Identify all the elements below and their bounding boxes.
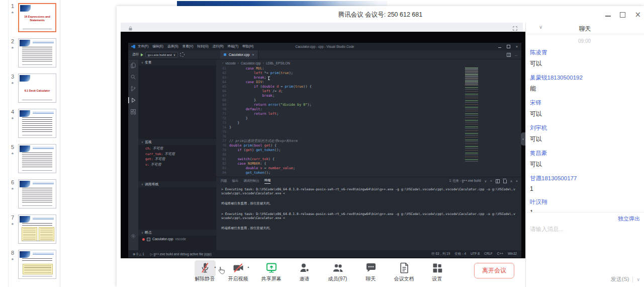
status-item[interactable]: ▷ g++.exe build and debug active file (c… — [150, 252, 212, 256]
run-debug-icon[interactable] — [128, 97, 138, 103]
chat-sender-name[interactable]: 黄昌豪 — [530, 150, 639, 157]
send-button[interactable]: 发送(S) — [611, 275, 629, 283]
panel-tab[interactable]: 输出 — [232, 179, 239, 183]
slide-item[interactable]: 8 ★ — [9, 250, 60, 279]
maximize-icon[interactable] — [620, 12, 625, 18]
close-panel-icon[interactable]: × — [516, 179, 518, 183]
chat-collapse-handle[interactable]: ‹ — [521, 132, 525, 146]
meeting-toolbar-button[interactable]: ▲ 设置 — [424, 262, 450, 282]
watch-section-header[interactable]: ∨监视 — [138, 139, 216, 145]
slide-thumbnail[interactable] — [18, 109, 56, 138]
breakpoints-section-header[interactable]: ∨断点 — [138, 230, 216, 236]
chat-sender-name[interactable]: 巢蒙锐18130500192 — [530, 74, 639, 82]
split-terminal-icon[interactable] — [496, 179, 500, 183]
minimap-slider[interactable] — [465, 67, 478, 86]
meeting-toolbar-button[interactable]: ▲ 开启视频 — [225, 262, 251, 282]
watch-row[interactable]: v: 不可用 — [138, 162, 216, 168]
toolbar-button-icon[interactable] — [365, 262, 377, 274]
slide-thumbnail[interactable] — [18, 214, 56, 244]
toolbar-button-icon[interactable] — [232, 262, 244, 274]
slide-thumbnail[interactable] — [18, 144, 56, 173]
code-area[interactable]: 61 case MUL:62 left *= prim(true);63 bre… — [216, 66, 521, 177]
chat-sender-name[interactable]: 陈凌霄 — [530, 49, 639, 56]
vscode-maximize-icon[interactable] — [507, 45, 510, 48]
slide-thumbnail[interactable] — [18, 38, 56, 67]
toolbar-button-icon[interactable] — [299, 262, 311, 274]
source-control-icon[interactable] — [128, 86, 138, 92]
variables-section-header[interactable]: ∨变量 — [138, 59, 216, 65]
menu-item[interactable]: 帮助(H) — [242, 44, 253, 49]
slide-item[interactable]: 6 ★ — [9, 179, 60, 208]
extensions-icon[interactable] — [128, 109, 138, 115]
slide-thumbnail[interactable]: 16 Expressions and Statements — [18, 3, 56, 32]
watch-row[interactable]: get: 不可用 — [138, 157, 216, 162]
toolbar-button-icon[interactable] — [431, 262, 443, 274]
panel-tab[interactable]: 终端 — [264, 178, 271, 184]
status-item[interactable]: 空格：4 — [454, 252, 466, 256]
close-icon[interactable]: × — [634, 12, 641, 18]
meeting-toolbar-button[interactable]: ▲ 共享屏幕 — [258, 262, 285, 282]
slide-thumbnail[interactable]: 6.1 Desk Calculator — [18, 74, 56, 103]
more-actions-icon[interactable]: … — [514, 53, 518, 56]
status-item[interactable]: ⊗ 0 △ 1 — [133, 252, 144, 256]
menu-item[interactable]: 选择(S) — [167, 44, 178, 49]
task-dropdown[interactable]: 1: 任务 - g++.exe build — [449, 179, 481, 183]
debug-gear-icon[interactable] — [180, 52, 185, 57]
breadcrumb-item[interactable]: Caculator.cpp — [236, 61, 261, 65]
meeting-toolbar-button[interactable]: ▲ 成员(97) — [325, 262, 351, 282]
watch-row[interactable]: ch: 不可用 — [138, 146, 216, 152]
debug-config-dropdown[interactable]: g++.exe build and∨ — [145, 52, 178, 57]
toolbar-button-icon[interactable] — [332, 262, 344, 274]
slide-item[interactable]: 2 ★ — [9, 38, 60, 67]
chat-sender-name[interactable]: 宋铎 — [530, 99, 639, 107]
status-item[interactable]: Win32 — [508, 252, 517, 256]
status-item[interactable]: CRLF — [484, 252, 493, 256]
menu-item[interactable]: 编辑(E) — [152, 44, 163, 49]
terminal-output[interactable]: > Executing task: D:\VSCode\x86_64-8.1.0… — [216, 185, 521, 250]
toolbar-button-icon[interactable] — [265, 262, 278, 274]
chevron-up-icon[interactable]: ▲ — [247, 265, 250, 268]
breadcrumb-item[interactable]: vscode — [220, 61, 236, 65]
settings-gear-icon[interactable] — [130, 232, 136, 241]
popout-chat-link[interactable]: 独立弹出 — [618, 215, 640, 223]
leave-meeting-button[interactable]: 离开会议 — [474, 263, 514, 278]
toolbar-button-icon[interactable] — [398, 262, 410, 274]
kill-terminal-icon[interactable] — [503, 180, 507, 183]
menu-item[interactable]: 转到(G) — [197, 44, 208, 49]
vscode-close-icon[interactable]: × — [516, 45, 518, 48]
vscode-minimize-icon[interactable] — [498, 47, 501, 48]
slide-item[interactable]: 4 ★ — [9, 109, 60, 138]
watch-row[interactable]: curr_tok: 不可用 — [138, 152, 216, 157]
meeting-toolbar-button[interactable]: ▲ 邀请 — [292, 262, 318, 282]
editor-tab[interactable]: Caculator.cpp × — [220, 50, 258, 59]
status-item[interactable]: C++ — [497, 252, 503, 256]
panel-tab[interactable]: 调试控制台 — [243, 179, 259, 183]
toolbar-button-icon[interactable] — [199, 262, 211, 274]
breakpoint-checkbox[interactable] — [147, 238, 150, 241]
new-terminal-icon[interactable]: + — [490, 179, 492, 183]
menu-item[interactable]: 文件(F) — [138, 44, 148, 49]
panel-tab[interactable]: 问题 — [221, 179, 227, 183]
tab-close-icon[interactable]: × — [252, 53, 254, 56]
chat-input[interactable]: 请输入消息... — [530, 226, 564, 233]
chevron-up-icon[interactable]: ▲ — [214, 265, 217, 268]
status-item[interactable]: 行 63，列 19 — [431, 252, 450, 256]
files-icon[interactable] — [128, 62, 138, 68]
chat-sender-name[interactable]: 甘愿18130500177 — [530, 175, 639, 182]
chat-sender-name[interactable]: 刘宇杭 — [530, 124, 639, 132]
slide-thumbnail[interactable] — [18, 250, 56, 279]
chat-message-list[interactable]: 09:00 陈凌霄 可以 巢蒙锐18130500192 能 — [526, 34, 644, 212]
meeting-toolbar-button[interactable]: ▲ 聊天 — [358, 262, 384, 282]
meeting-titlebar[interactable]: 腾讯会议 会议号: 250 612 681 × — [117, 6, 644, 23]
breadcrumb-item[interactable]: LDBL_EPSILON — [261, 61, 290, 65]
breakpoint-row[interactable]: Caculator.cpp vscode — [138, 237, 216, 242]
menu-item[interactable]: 查看(V) — [182, 44, 194, 49]
breadcrumb[interactable]: vscodeCaculator.cppLDBL_EPSILON — [216, 59, 521, 66]
start-debug-icon[interactable] — [141, 53, 143, 56]
chevron-down-icon[interactable]: ∨ — [484, 179, 487, 183]
slide-item[interactable]: 3 ★ 6.1 Desk Calculator — [9, 74, 60, 103]
slide-item[interactable]: 5 ★ — [9, 144, 60, 173]
chevron-down-icon[interactable]: ∨ — [636, 277, 640, 282]
meeting-toolbar-button[interactable]: ▲ 会议文档 — [391, 262, 417, 282]
menu-item[interactable]: 运行(R) — [213, 44, 224, 49]
